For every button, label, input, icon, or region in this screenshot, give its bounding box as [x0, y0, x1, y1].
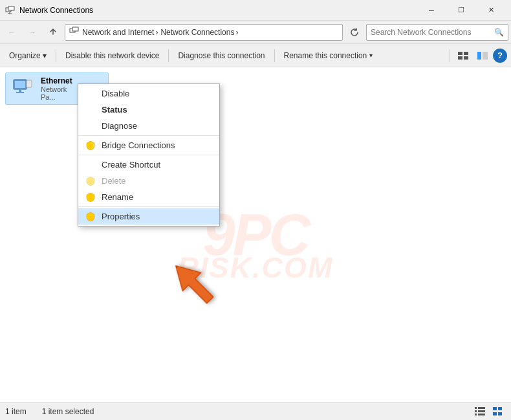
ctx-shortcut-label: Create Shortcut — [102, 160, 160, 170]
ctx-sep-1 — [78, 135, 219, 136]
window-controls: ─ ☐ ✕ — [417, 0, 506, 21]
ethernet-desc: Network — [41, 85, 72, 93]
arrow-pointer — [165, 255, 217, 307]
window-icon — [5, 5, 16, 16]
back-button[interactable]: ← — [3, 23, 21, 41]
ctx-rename-label: Rename — [102, 192, 133, 202]
toolbar-sep-2 — [168, 49, 169, 62]
svg-rect-23 — [478, 410, 485, 412]
address-path[interactable]: Network and Internet › Network Connectio… — [65, 24, 343, 41]
svg-rect-27 — [498, 407, 502, 410]
ctx-bridge-label: Bridge Connections — [102, 140, 175, 150]
toolbar-sep-1 — [56, 49, 56, 62]
address-bar: ← → Network and Internet › Network Conne… — [0, 21, 511, 44]
search-input[interactable] — [371, 28, 494, 37]
svg-rect-28 — [493, 412, 497, 415]
svg-rect-11 — [483, 52, 488, 60]
svg-rect-20 — [475, 407, 477, 409]
svg-rect-7 — [464, 52, 468, 55]
path-segment-2-text: Network Connections — [160, 28, 234, 37]
ctx-sep-2 — [78, 155, 219, 155]
status-bar: 1 item 1 item selected — [0, 402, 511, 420]
item-count: 1 item — [5, 407, 27, 416]
ctx-sep-3 — [78, 206, 219, 207]
main-content: 9PC RISK.COM Ethernet Network Pa... D — [0, 67, 511, 402]
tile-view-button[interactable] — [490, 404, 506, 419]
svg-rect-10 — [477, 52, 481, 60]
watermark-line2: RISK.COM — [178, 251, 334, 285]
maximize-button[interactable]: ☐ — [446, 0, 476, 21]
ctx-delete-label: Delete — [102, 176, 126, 186]
path-segment-connections[interactable]: Network Connections › — [160, 28, 238, 37]
ctx-diagnose[interactable]: Diagnose — [78, 118, 219, 134]
ethernet-sub: Pa... — [41, 93, 72, 101]
ctx-disable[interactable]: Disable — [78, 85, 219, 102]
selected-count: 1 item selected — [42, 407, 94, 416]
svg-rect-9 — [464, 56, 468, 60]
ctx-delete-icon — [85, 175, 96, 187]
ctx-bridge-icon — [85, 140, 96, 151]
ctx-properties-icon — [85, 211, 96, 223]
toolbar-right: ? — [447, 47, 507, 65]
svg-rect-26 — [493, 407, 497, 410]
organize-button[interactable]: Organize ▾ — [4, 47, 52, 65]
rename-chevron: ▾ — [369, 52, 373, 59]
ctx-rename[interactable]: Rename — [78, 189, 219, 205]
ctx-shortcut[interactable]: Create Shortcut — [78, 157, 219, 173]
path-chevron-1: › — [155, 28, 158, 37]
svg-rect-29 — [498, 412, 502, 415]
ctx-rename-icon — [85, 192, 96, 203]
up-button[interactable] — [44, 23, 62, 41]
path-icon — [69, 26, 80, 38]
ethernet-name: Ethernet — [41, 76, 72, 85]
help-button[interactable]: ? — [493, 49, 507, 63]
svg-rect-22 — [475, 410, 477, 412]
svg-rect-21 — [478, 407, 485, 409]
ctx-status[interactable]: Status — [78, 102, 219, 118]
svg-rect-5 — [72, 27, 78, 31]
close-button[interactable]: ✕ — [476, 0, 506, 21]
title-bar: Network Connections ─ ☐ ✕ — [0, 0, 511, 21]
svg-rect-14 — [19, 89, 21, 92]
svg-rect-24 — [475, 414, 477, 415]
ctx-disable-label: Disable — [102, 89, 129, 98]
svg-rect-6 — [458, 52, 462, 55]
svg-rect-15 — [16, 92, 24, 93]
ctx-properties[interactable]: Properties — [78, 208, 219, 225]
minimize-button[interactable]: ─ — [417, 0, 446, 21]
svg-rect-18 — [27, 80, 32, 87]
path-segment-network[interactable]: Network and Internet › — [82, 28, 158, 37]
context-menu: Disable Status Diagnose Bridge Connectio… — [78, 83, 220, 227]
toolbar-sep-4 — [450, 49, 450, 62]
ctx-delete: Delete — [78, 173, 219, 189]
ctx-status-label: Status — [102, 105, 127, 115]
path-segment-1-text: Network and Internet — [82, 28, 154, 37]
diagnose-button[interactable]: Diagnose this connection — [173, 47, 270, 65]
rename-button[interactable]: Rename this connection ▾ — [279, 47, 378, 65]
svg-marker-19 — [167, 257, 219, 309]
search-icon: 🔍 — [494, 28, 504, 37]
ctx-bridge[interactable]: Bridge Connections — [78, 137, 219, 153]
disable-button[interactable]: Disable this network device — [60, 47, 164, 65]
list-view-button[interactable] — [472, 404, 488, 419]
search-box[interactable]: 🔍 — [366, 24, 508, 41]
path-chevron-2: › — [235, 28, 238, 37]
pane-button[interactable] — [473, 47, 492, 65]
ctx-properties-label: Properties — [102, 212, 140, 221]
toolbar-sep-3 — [274, 49, 275, 62]
refresh-button[interactable] — [345, 23, 364, 41]
status-right — [472, 404, 506, 419]
ethernet-icon — [11, 76, 37, 102]
toolbar: Organize ▾ Disable this network device D… — [0, 44, 511, 67]
svg-rect-1 — [8, 6, 14, 10]
ctx-diagnose-label: Diagnose — [102, 121, 137, 131]
svg-rect-8 — [458, 56, 462, 60]
view-button[interactable] — [454, 47, 472, 65]
svg-rect-25 — [478, 414, 485, 415]
forward-button[interactable]: → — [23, 23, 41, 41]
svg-rect-13 — [15, 81, 25, 88]
window-title: Network Connections — [19, 6, 417, 15]
